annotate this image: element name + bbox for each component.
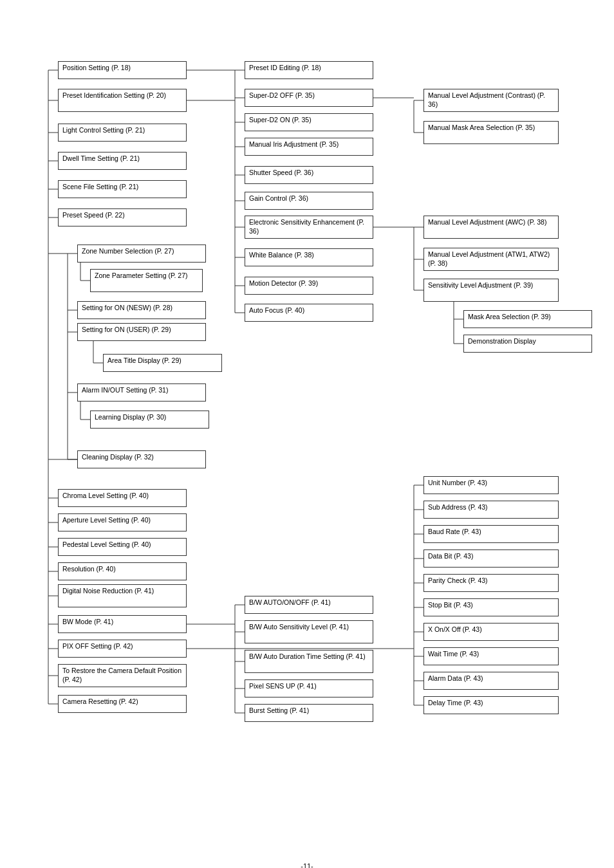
box-b20: BW Mode (P. 41) bbox=[58, 615, 187, 633]
page: Position Setting (P. 18)Preset Identific… bbox=[0, 0, 614, 868]
box-d3: Manual Level Adjustment (AWC) (P. 38) bbox=[423, 216, 559, 239]
box-b5: Scene File Setting (P. 21) bbox=[58, 180, 187, 198]
box-c2: Super-D2 OFF (P. 35) bbox=[245, 89, 373, 107]
box-d1: Manual Level Adjustment (Contrast) (P. 3… bbox=[423, 89, 559, 112]
box-d17: Delay Time (P. 43) bbox=[423, 696, 559, 714]
box-c7: Electronic Sensitivity Enhancement (P. 3… bbox=[245, 216, 373, 239]
box-d2: Manual Mask Area Selection (P. 35) bbox=[423, 121, 559, 144]
box-c9: Motion Detector (P. 39) bbox=[245, 277, 373, 295]
box-c8: White Balance (P. 38) bbox=[245, 248, 373, 266]
box-c1: Preset ID Editing (P. 18) bbox=[245, 61, 373, 79]
box-b11: Area Title Display (P. 29) bbox=[103, 354, 222, 372]
box-b4: Dwell Time Setting (P. 21) bbox=[58, 152, 187, 170]
box-c14: Pixel SENS UP (P. 41) bbox=[245, 679, 373, 697]
box-b19: Digital Noise Reduction (P. 41) bbox=[58, 584, 187, 607]
box-b15: Chroma Level Setting (P. 40) bbox=[58, 489, 187, 507]
box-b18: Resolution (P. 40) bbox=[58, 562, 187, 580]
box-b3: Light Control Setting (P. 21) bbox=[58, 124, 187, 142]
box-b6: Preset Speed (P. 22) bbox=[58, 208, 187, 226]
box-d10: Baud Rate (P. 43) bbox=[423, 525, 559, 543]
box-b8: Zone Parameter Setting (P. 27) bbox=[90, 269, 203, 292]
box-d4: Manual Level Adjustment (ATW1, ATW2) (P.… bbox=[423, 248, 559, 271]
box-d6: Mask Area Selection (P. 39) bbox=[463, 310, 592, 328]
box-b23: Camera Resetting (P. 42) bbox=[58, 695, 187, 713]
box-d16: Alarm Data (P. 43) bbox=[423, 672, 559, 690]
box-c12: B/W Auto Sensitivity Level (P. 41) bbox=[245, 620, 373, 643]
box-b2: Preset Identification Setting (P. 20) bbox=[58, 89, 187, 112]
box-b14: Cleaning Display (P. 32) bbox=[77, 450, 206, 468]
box-d9: Sub Address (P. 43) bbox=[423, 501, 559, 519]
box-b17: Pedestal Level Setting (P. 40) bbox=[58, 538, 187, 556]
box-c6: Gain Control (P. 36) bbox=[245, 192, 373, 210]
box-b16: Aperture Level Setting (P. 40) bbox=[58, 513, 187, 531]
box-b7: Zone Number Selection (P. 27) bbox=[77, 245, 206, 263]
box-c10: Auto Focus (P. 40) bbox=[245, 304, 373, 322]
box-b21: PIX OFF Setting (P. 42) bbox=[58, 640, 187, 658]
box-c15: Burst Setting (P. 41) bbox=[245, 704, 373, 722]
box-b13: Learning Display (P. 30) bbox=[90, 411, 209, 429]
box-b9: Setting for ON (NESW) (P. 28) bbox=[77, 301, 206, 319]
box-d5: Sensitivity Level Adjustment (P. 39) bbox=[423, 279, 559, 302]
diagram: Position Setting (P. 18)Preset Identific… bbox=[13, 26, 601, 849]
box-b10: Setting for ON (USER) (P. 29) bbox=[77, 323, 206, 341]
box-d15: Wait Time (P. 43) bbox=[423, 647, 559, 665]
box-d8: Unit Number (P. 43) bbox=[423, 476, 559, 494]
page-number: -11- bbox=[13, 862, 601, 868]
box-b12: Alarm IN/OUT Setting (P. 31) bbox=[77, 383, 206, 402]
box-d12: Parity Check (P. 43) bbox=[423, 574, 559, 592]
box-d7: Demonstration Display bbox=[463, 335, 592, 353]
box-c11: B/W AUTO/ON/OFF (P. 41) bbox=[245, 596, 373, 614]
box-b22: To Restore the Camera Default Position (… bbox=[58, 664, 187, 687]
box-c5: Shutter Speed (P. 36) bbox=[245, 166, 373, 184]
box-b1: Position Setting (P. 18) bbox=[58, 61, 187, 79]
box-d13: Stop Bit (P. 43) bbox=[423, 598, 559, 616]
box-c13: B/W Auto Duration Time Setting (P. 41) bbox=[245, 650, 373, 673]
box-c3: Super-D2 ON (P. 35) bbox=[245, 113, 373, 131]
box-d14: X On/X Off (P. 43) bbox=[423, 623, 559, 641]
box-d11: Data Bit (P. 43) bbox=[423, 549, 559, 568]
box-c4: Manual Iris Adjustment (P. 35) bbox=[245, 138, 373, 156]
